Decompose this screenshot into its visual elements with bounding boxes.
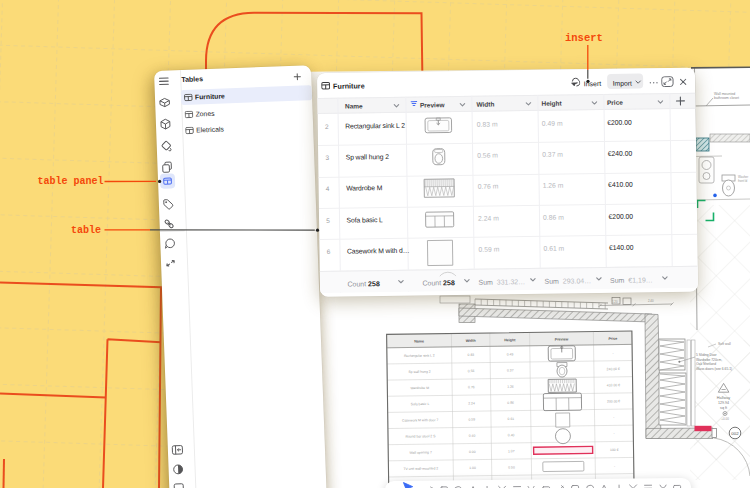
svg-text:+0.00: +0.00	[721, 417, 729, 421]
svg-text:0.40: 0.40	[508, 433, 515, 437]
svg-text:Soft wall: Soft wall	[718, 342, 731, 346]
svg-text:Wardrobe M: Wardrobe M	[410, 386, 429, 390]
svg-text:0.86: 0.86	[507, 401, 514, 405]
svg-text:Wardrobe 720cm,: Wardrobe 720cm,	[696, 358, 722, 362]
svg-text:Casework M with door 7: Casework M with door 7	[402, 418, 439, 423]
svg-text:0.49: 0.49	[507, 352, 514, 356]
svg-text:1.20: 1.20	[612, 300, 618, 304]
svg-text:-: -	[614, 432, 615, 436]
svg-text:0.50: 0.50	[508, 465, 515, 469]
svg-text:front ld: front ld	[738, 179, 748, 183]
svg-text:100 €: 100 €	[610, 448, 619, 452]
svg-text:1.07: 1.07	[508, 449, 515, 453]
svg-text:-: -	[613, 416, 614, 420]
svg-text:Sp wall hung 2: Sp wall hung 2	[408, 370, 430, 374]
svg-text:Price: Price	[608, 337, 617, 341]
svg-text:TV unit wall-mounted 2: TV unit wall-mounted 2	[404, 466, 439, 470]
svg-text:Preview: Preview	[555, 337, 569, 341]
svg-text:Name: Name	[414, 339, 424, 343]
svg-text:0.40: 0.40	[469, 434, 476, 438]
svg-text:Height: Height	[504, 338, 516, 342]
svg-text:1.26: 1.26	[507, 385, 514, 389]
svg-text:5 Sliding Door: 5 Sliding Door	[696, 353, 718, 357]
svg-text:0.59: 0.59	[468, 418, 475, 422]
svg-text:-: -	[612, 351, 613, 355]
svg-text:0.56: 0.56	[468, 369, 475, 373]
svg-text:1.00: 1.00	[469, 466, 476, 470]
svg-text:bathroom closet: bathroom closet	[714, 96, 739, 100]
svg-text:Glass doors (see 6.65.1): Glass doors (see 6.65.1)	[696, 367, 732, 371]
svg-text:2.40: 2.40	[648, 299, 654, 303]
svg-text:Round bar stool 2 S: Round bar stool 2 S	[405, 434, 436, 438]
svg-text:0.76: 0.76	[468, 385, 475, 389]
svg-text:Wall opening 7: Wall opening 7	[409, 450, 431, 454]
svg-text:Width: Width	[466, 339, 476, 343]
svg-text:Rectangular sink L 2: Rectangular sink L 2	[404, 354, 435, 358]
svg-text:Hallway: Hallway	[717, 396, 730, 400]
svg-text:2.24: 2.24	[468, 401, 475, 405]
svg-text:Oak Shetland: Oak Shetland	[696, 362, 716, 366]
svg-text:sq ft: sq ft	[720, 406, 727, 410]
svg-text:Sofa basic L: Sofa basic L	[411, 402, 430, 406]
svg-text:002: 002	[731, 431, 739, 436]
svg-text:-: -	[614, 464, 615, 468]
svg-text:0.37: 0.37	[507, 369, 514, 373]
svg-text:0.00: 0.00	[469, 450, 476, 454]
svg-text:129.94: 129.94	[718, 401, 729, 405]
svg-text:200.00 €: 200.00 €	[607, 399, 620, 403]
svg-text:410.00 €: 410.00 €	[607, 383, 620, 387]
svg-text:0.61: 0.61	[508, 417, 515, 421]
svg-text:0.83: 0.83	[468, 353, 475, 357]
svg-text:240.00 €: 240.00 €	[607, 367, 620, 371]
